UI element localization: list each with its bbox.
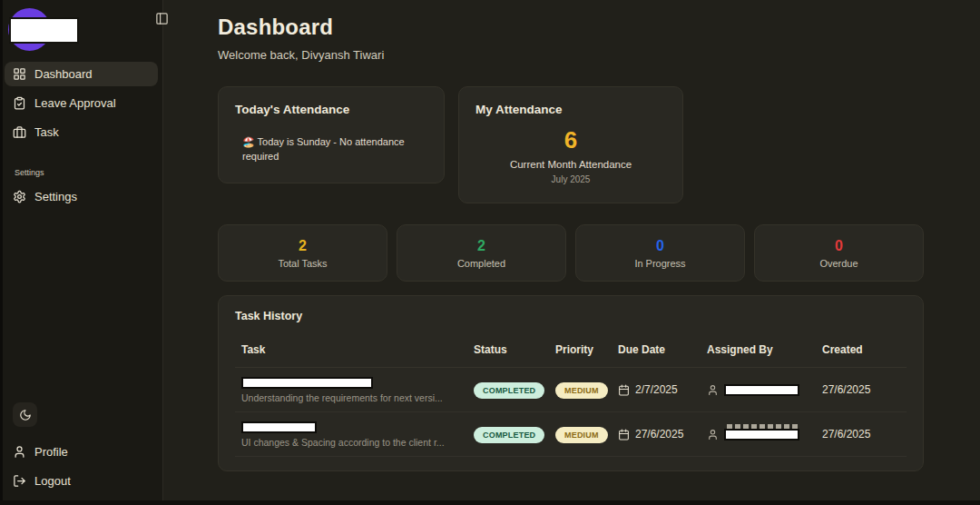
status-badge: COMPLETED (474, 382, 544, 399)
sidebar-section-label: Settings (15, 168, 158, 177)
logout-icon (13, 474, 26, 488)
redaction-box-task-title (241, 421, 317, 433)
sidebar-item-label: Dashboard (34, 67, 93, 81)
sidebar-item-label: Leave Approval (34, 96, 116, 110)
sidebar-footer: Profile Logout (0, 402, 162, 498)
sidebar-item-label: Task (34, 125, 59, 139)
page-title: Dashboard (218, 15, 924, 40)
sidebar-item-profile[interactable]: Profile (5, 440, 158, 464)
attendance-period: July 2025 (475, 174, 666, 184)
briefcase-icon (13, 125, 26, 139)
column-header-priority: Priority (555, 343, 618, 356)
redaction-box-assignee (724, 384, 799, 396)
stat-value: 0 (656, 238, 664, 254)
redaction-box-assignee (724, 429, 799, 441)
calendar-icon (618, 384, 630, 396)
priority-badge: MEDIUM (555, 427, 608, 443)
stats-row: 2 Total Tasks 2 Completed 0 In Progress … (218, 224, 924, 282)
column-header-task: Task (235, 343, 474, 356)
created-date-value: 27/6/2025 (822, 383, 906, 396)
gear-icon (13, 190, 26, 203)
task-title (241, 377, 377, 390)
sidebar-item-label: Profile (34, 445, 68, 459)
stat-value: 2 (477, 238, 485, 254)
theme-toggle-button[interactable] (13, 402, 37, 427)
task-description: Understanding the requirements for next … (241, 392, 459, 403)
table-header-row: Task Status Priority Due Date Assigned B… (235, 335, 906, 368)
stat-label: Total Tasks (278, 258, 327, 269)
assigned-by-cell (707, 428, 822, 441)
logo-area (0, 0, 162, 56)
stat-value: 2 (299, 238, 307, 254)
sidebar-item-task[interactable]: Task (5, 120, 158, 144)
status-badge: COMPLETED (474, 427, 544, 443)
card-title: My Attendance (475, 103, 666, 116)
assigned-by-name (724, 428, 802, 441)
task-cell: UI changes & Spacing according to the cl… (235, 421, 474, 448)
redaction-box-task-title (241, 377, 373, 389)
app-window: Dashboard Leave Approval Task Settings (0, 0, 980, 505)
sidebar: Dashboard Leave Approval Task Settings (0, 0, 163, 505)
due-date-cell: 27/6/2025 (618, 428, 707, 441)
column-header-assigned-by: Assigned By (707, 343, 822, 356)
sidebar-item-leave-approval[interactable]: Leave Approval (5, 91, 158, 115)
sidebar-item-logout[interactable]: Logout (5, 469, 158, 493)
status-cell: COMPLETED (474, 425, 555, 443)
stat-label: In Progress (634, 258, 685, 269)
table-row[interactable]: UI changes & Spacing according to the cl… (235, 412, 906, 457)
calendar-icon (618, 429, 630, 441)
column-header-due-date: Due Date (618, 343, 707, 356)
attendance-cards-row: Today's Attendance 🏖️ Today is Sunday - … (218, 86, 924, 203)
due-date-value: 2/7/2025 (635, 383, 678, 396)
task-title (241, 421, 377, 434)
stat-label: Completed (457, 258, 505, 269)
stat-total-tasks: 2 Total Tasks (218, 224, 387, 282)
main-content: Dashboard Welcome back, Divyansh Tiwari … (164, 0, 980, 505)
card-title: Today's Attendance (235, 103, 427, 116)
window-bottom-edge (0, 500, 980, 505)
sidebar-item-dashboard[interactable]: Dashboard (5, 62, 158, 86)
welcome-message: Welcome back, Divyansh Tiwari (218, 48, 924, 62)
created-date-value: 27/6/2025 (822, 428, 906, 441)
sidebar-item-label: Settings (34, 190, 77, 203)
due-date-cell: 2/7/2025 (618, 383, 707, 396)
column-header-created: Created (822, 343, 906, 356)
sidebar-collapse-icon[interactable] (155, 12, 169, 25)
task-history-card: Task History Task Status Priority Due Da… (218, 295, 924, 471)
stat-overdue: 0 Overdue (754, 224, 924, 282)
assigned-by-cell (707, 383, 822, 397)
clipboard-check-icon (13, 96, 26, 110)
priority-cell: MEDIUM (555, 381, 618, 399)
priority-cell: MEDIUM (555, 425, 618, 443)
user-icon (13, 445, 26, 459)
priority-badge: MEDIUM (555, 382, 608, 399)
moon-icon (19, 409, 32, 421)
column-header-status: Status (474, 343, 555, 356)
my-attendance-card: My Attendance 6 Current Month Attendance… (458, 86, 683, 203)
task-cell: Understanding the requirements for next … (235, 377, 474, 403)
attendance-status-message: 🏖️ Today is Sunday - No attendance requi… (242, 135, 413, 164)
stat-label: Overdue (819, 258, 858, 269)
redaction-box-logo (9, 17, 79, 44)
status-cell: COMPLETED (474, 381, 555, 399)
user-icon (707, 429, 719, 441)
sidebar-item-label: Logout (34, 474, 71, 488)
stat-in-progress: 0 In Progress (575, 224, 745, 282)
attendance-count-label: Current Month Attendance (475, 159, 666, 170)
grid-icon (13, 67, 26, 81)
window-left-edge (0, 0, 3, 505)
stat-completed: 2 Completed (397, 224, 566, 282)
task-description: UI changes & Spacing according to the cl… (241, 437, 459, 448)
due-date-value: 27/6/2025 (635, 428, 683, 441)
todays-attendance-card: Today's Attendance 🏖️ Today is Sunday - … (218, 86, 445, 183)
attendance-count: 6 (475, 126, 666, 154)
table-row[interactable]: Understanding the requirements for next … (235, 368, 906, 412)
sidebar-item-settings[interactable]: Settings (5, 184, 158, 209)
stat-value: 0 (835, 238, 843, 254)
assigned-by-name (724, 383, 802, 397)
sidebar-nav: Dashboard Leave Approval Task Settings (0, 56, 162, 209)
task-history-title: Task History (235, 310, 906, 322)
user-icon (707, 384, 719, 396)
